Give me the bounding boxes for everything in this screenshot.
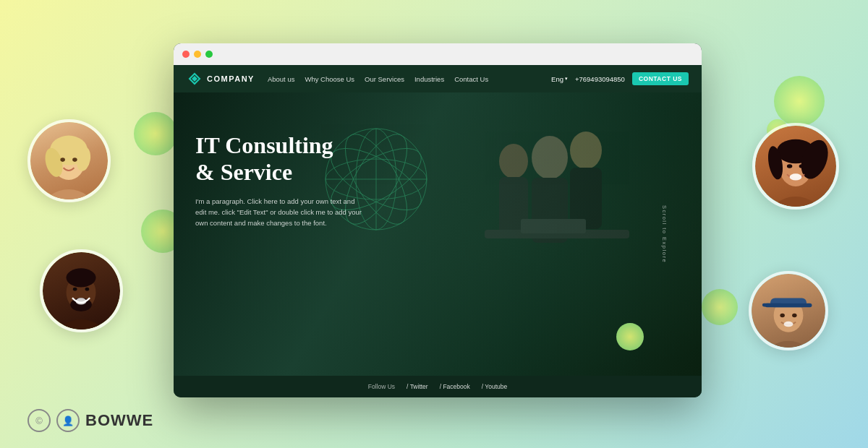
- browser-dot-expand[interactable]: [205, 51, 213, 58]
- svg-point-6: [72, 158, 77, 162]
- nav-logo[interactable]: COMPANY: [187, 71, 255, 87]
- svg-point-9: [67, 268, 96, 287]
- browser-dot-close[interactable]: [182, 51, 190, 58]
- lang-selector[interactable]: Eng ▾: [551, 75, 568, 83]
- lang-text: Eng: [551, 75, 563, 83]
- avatar-man2: [749, 271, 828, 350]
- footer-follow-text: Follow Us: [368, 383, 395, 390]
- logo-text: COMPANY: [207, 74, 255, 83]
- scroll-to-explore-label: Scroll to Explore: [660, 205, 667, 263]
- svg-point-22: [765, 341, 813, 348]
- person-icon: 👤: [56, 409, 80, 432]
- nav-link-contact[interactable]: Contact Us: [454, 75, 488, 83]
- avatar-woman1: [27, 119, 111, 202]
- avatar-woman2: [752, 123, 839, 210]
- nav-link-why[interactable]: Why Choose Us: [305, 75, 354, 83]
- nav-right: Eng ▾ +769493094850 CONTACT US: [551, 72, 689, 85]
- decorative-blob-tl: [134, 112, 177, 155]
- svg-point-11: [73, 288, 77, 291]
- svg-point-12: [85, 288, 90, 291]
- bowwe-brand-name: BOWWE: [85, 411, 153, 430]
- hero-body-text: I'm a paragraph. Click here to add your …: [195, 196, 362, 229]
- browser-chrome: [174, 43, 702, 65]
- nav-link-industries[interactable]: Industries: [414, 75, 444, 83]
- decorative-blob-br: [702, 289, 738, 325]
- svg-point-34: [499, 144, 528, 178]
- svg-point-14: [769, 197, 823, 207]
- browser-dot-minimize[interactable]: [194, 51, 201, 58]
- svg-point-7: [56, 319, 107, 329]
- nav-link-services[interactable]: Our Services: [365, 75, 404, 83]
- svg-point-29: [784, 322, 793, 327]
- svg-point-0: [43, 189, 95, 199]
- footer-link-youtube[interactable]: / Youtube: [482, 383, 507, 390]
- svg-point-21: [790, 173, 802, 180]
- svg-point-28: [792, 314, 796, 318]
- svg-rect-26: [762, 303, 783, 307]
- hero-section: IT Consulting& Service I'm a paragraph. …: [174, 92, 702, 376]
- nav-link-about[interactable]: About us: [268, 75, 295, 83]
- svg-rect-37: [521, 219, 586, 233]
- hero-content: IT Consulting& Service I'm a paragraph. …: [195, 132, 362, 228]
- svg-point-19: [787, 164, 792, 168]
- hero-decorative-blob: [616, 323, 644, 350]
- hero-title: IT Consulting& Service: [195, 132, 362, 186]
- svg-point-13: [76, 298, 87, 304]
- navbar: COMPANY About us Why Choose Us Our Servi…: [174, 65, 702, 92]
- svg-point-5: [60, 158, 65, 162]
- footer-link-facebook[interactable]: / Facebook: [440, 383, 470, 390]
- logo-icon: [187, 71, 203, 87]
- phone-number[interactable]: +769493094850: [575, 75, 625, 83]
- contact-us-button[interactable]: CONTACT US: [632, 72, 689, 85]
- browser-footer: Follow Us / Twitter / Facebook / Youtube: [174, 376, 702, 397]
- svg-point-32: [570, 132, 602, 169]
- chevron-down-icon: ▾: [565, 76, 568, 82]
- svg-point-27: [780, 314, 784, 318]
- nav-links: About us Why Choose Us Our Services Indu…: [268, 75, 551, 83]
- avatar-man1: [40, 249, 123, 332]
- hero-people-bg: [412, 100, 644, 324]
- browser-window: COMPANY About us Why Choose Us Our Servi…: [174, 43, 702, 397]
- bottom-branding: © 👤 BOWWE: [27, 409, 153, 432]
- decorative-blob-tr: [774, 76, 825, 126]
- footer-link-twitter[interactable]: / Twitter: [407, 383, 428, 390]
- svg-point-30: [532, 136, 568, 179]
- svg-point-20: [799, 164, 804, 168]
- cc-icon: ©: [27, 409, 51, 432]
